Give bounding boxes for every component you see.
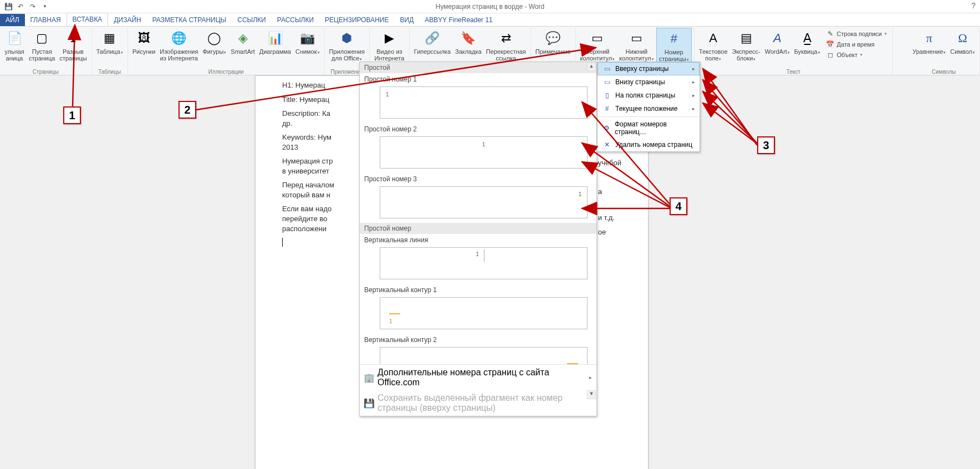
object-button[interactable]: ◻Объект▾ (825, 50, 888, 60)
blank-page-button[interactable]: ▢Пустая страница (27, 28, 57, 67)
gallery-item-simple-3[interactable]: 1 (380, 186, 588, 218)
group-symbols-label: Символы (910, 69, 977, 75)
equation-button[interactable]: πУравнение▾ (910, 28, 948, 67)
smartart-icon: ◈ (234, 29, 252, 47)
hyperlink-icon: 🔗 (423, 29, 441, 47)
tab-review[interactable]: РЕЦЕНЗИРОВАНИЕ (319, 14, 394, 26)
header-icon: ▭ (589, 29, 606, 47)
menu-bottom-of-page[interactable]: ▭Внизу страницы▸ (598, 75, 700, 89)
gallery-item-label: Простой номер 2 (360, 123, 596, 135)
menu-top-of-page[interactable]: ▭Вверху страницы▸ (598, 62, 700, 75)
chart-icon: 📊 (266, 29, 284, 47)
hyperlink-button[interactable]: 🔗Гиперссылка (412, 28, 453, 67)
wordart-icon: A (768, 29, 786, 47)
save-icon: 💾 (364, 399, 374, 407)
bookmark-button[interactable]: 🔖Закладка (453, 28, 484, 67)
gallery-item-label: Вертикальный контур 2 (360, 334, 596, 346)
object-icon: ◻ (826, 50, 835, 59)
date-time-button[interactable]: 📅Дата и время (825, 39, 888, 49)
wordart-button[interactable]: AWordArt▾ (763, 28, 792, 67)
undo-icon[interactable]: ↶ (14, 1, 27, 13)
gallery-item-vertical-contour-1[interactable] (380, 297, 588, 329)
gallery-scrollbar[interactable]: ▲ ▼ (587, 63, 596, 399)
cursor-icon: # (602, 104, 612, 113)
header-button[interactable]: ▭Верхний колонтитул▾ (578, 28, 617, 67)
online-pictures-icon: 🌐 (170, 29, 188, 47)
tab-view[interactable]: ВИД (395, 14, 420, 26)
apps-icon: ⬢ (338, 29, 356, 47)
equation-icon: π (920, 29, 938, 47)
group-pages-label: Страницы (2, 69, 89, 75)
gallery-item-simple-2[interactable]: 1 (380, 136, 588, 169)
page-top-icon: ▭ (602, 64, 612, 73)
footer-button[interactable]: ▭Нижний колонтитул▾ (617, 28, 656, 67)
quick-parts-button[interactable]: ▤Экспресс- блоки▾ (730, 28, 763, 67)
gallery-item-simple-1[interactable]: 1 (380, 86, 588, 119)
group-illustrations-label: Иллюстрации (130, 69, 322, 75)
group-text-label: Текст (697, 69, 890, 75)
tab-layout[interactable]: РАЗМЕТКА СТРАНИЦЫ (147, 14, 232, 26)
smartart-button[interactable]: ◈SmartArt (228, 28, 257, 67)
ribbon-tabs: АЙЛ ГЛАВНАЯ ВСТАВКА ДИЗАЙН РАЗМЕТКА СТРА… (0, 13, 980, 27)
bookmark-icon: 🔖 (460, 29, 477, 47)
callout-3: 3 (757, 136, 775, 154)
shapes-icon: ◯ (206, 29, 223, 47)
screenshot-icon: 📷 (299, 29, 317, 47)
menu-remove-page-numbers[interactable]: ✕Удалить номера страниц (598, 138, 700, 151)
page-number-button[interactable]: #Номер страницы▾ (656, 28, 692, 67)
cross-reference-icon: ⇄ (497, 29, 515, 47)
tab-home[interactable]: ГЛАВНАЯ (25, 14, 67, 26)
signature-line-button[interactable]: ✎Строка подписи▾ (825, 29, 888, 39)
dropcap-button[interactable]: A̲Буквица▾ (792, 28, 823, 67)
chart-button[interactable]: 📊Диаграмма (257, 28, 293, 67)
tab-mailings[interactable]: РАССЫЛКИ (272, 14, 319, 26)
menu-page-margins[interactable]: ▯На полях страницы▸ (598, 89, 700, 102)
pictures-button[interactable]: 🖼Рисунки (130, 28, 158, 67)
help-icon[interactable]: ? (971, 1, 976, 10)
cross-reference-button[interactable]: ⇄Перекрестная ссылка (484, 28, 528, 67)
tab-abbyy[interactable]: ABBYY FineReader 11 (419, 14, 498, 26)
comment-icon: 💬 (544, 29, 562, 47)
footer-icon: ▭ (627, 29, 645, 47)
gallery-item-vertical-contour-2[interactable] (380, 347, 588, 364)
shapes-button[interactable]: ◯Фигуры▾ (200, 28, 228, 67)
online-video-button[interactable]: ▶Видео из Интернета (372, 28, 406, 67)
more-page-numbers-button[interactable]: 🏢Дополнительные номера страниц с сайта O… (360, 365, 596, 390)
gallery-item-label: Вертикальная линия (360, 234, 596, 246)
gallery-item-vertical-line[interactable]: 1 (380, 247, 588, 279)
page-bottom-icon: ▭ (602, 78, 612, 86)
save-icon[interactable]: 💾 (2, 1, 14, 13)
group-tables-label: Таблицы (94, 69, 125, 75)
screenshot-button[interactable]: 📷Снимок▾ (293, 28, 322, 67)
menu-format-page-numbers[interactable]: ⚙Формат номеров страниц… (598, 118, 700, 138)
blank-page-icon: ▢ (33, 29, 51, 47)
tab-file[interactable]: АЙЛ (0, 14, 25, 26)
page-break-button[interactable]: ⤓Разрыв страницы (57, 28, 89, 67)
table-button[interactable]: ▦Таблица▾ (94, 28, 125, 67)
cover-page-icon: 📄 (6, 29, 23, 47)
comment-button[interactable]: 💬Примечание (533, 28, 573, 67)
textbox-button[interactable]: AТекстовое поле▾ (697, 28, 730, 67)
tab-insert[interactable]: ВСТАВКА (67, 13, 109, 26)
page-margin-icon: ▯ (602, 91, 612, 100)
callout-2: 2 (178, 101, 196, 119)
save-selection-button: 💾Сохранить выделенный фрагмент как номер… (360, 390, 596, 416)
signature-icon: ✎ (826, 29, 835, 38)
apps-button[interactable]: ⬢Приложения для Office▾ (327, 28, 367, 67)
dropcap-icon: A̲ (798, 29, 816, 47)
tab-references[interactable]: ССЫЛКИ (232, 14, 271, 26)
redo-icon[interactable]: ↷ (27, 1, 39, 13)
cover-page-button[interactable]: 📄ульная аница (2, 28, 27, 67)
online-pictures-button[interactable]: 🌐Изображения из Интернета (157, 28, 200, 67)
scroll-up-icon[interactable]: ▲ (587, 63, 596, 72)
textbox-icon: A (705, 29, 722, 47)
tab-design[interactable]: ДИЗАЙН (108, 14, 146, 26)
gallery-item-label: Простой номер 3 (360, 173, 596, 185)
symbol-button[interactable]: ΩСимвол▾ (948, 28, 977, 67)
gallery-item-label: Простой номер 1 (360, 73, 596, 85)
gallery-item-label: Вертикальный контур 1 (360, 284, 596, 296)
menu-current-position[interactable]: #Текущее положение▸ (598, 102, 700, 115)
qat-dropdown-icon[interactable]: ▼ (39, 1, 51, 13)
text-cursor (282, 238, 283, 247)
pictures-icon: 🖼 (135, 29, 153, 47)
